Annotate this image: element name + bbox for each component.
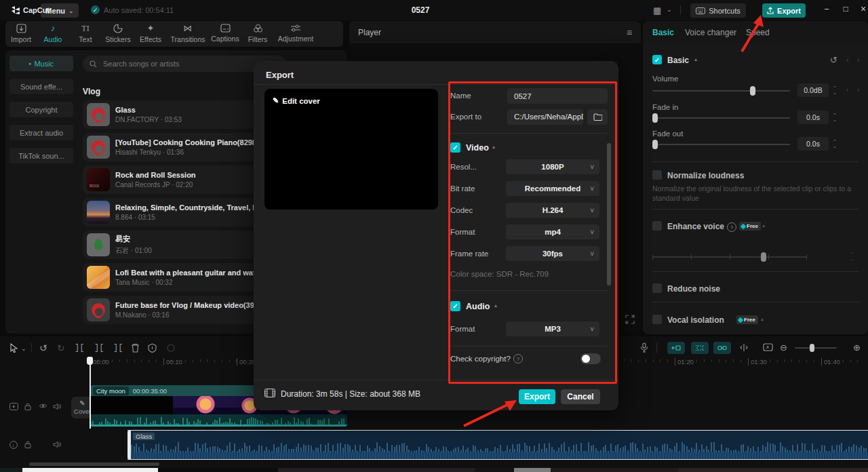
undo-icon[interactable]: ↺: [39, 342, 47, 353]
search-input[interactable]: [102, 59, 254, 68]
split-right-icon[interactable]: ][: [113, 343, 123, 353]
fade-in-label: Fade in: [652, 103, 678, 111]
record-voiceover-icon[interactable]: [640, 342, 648, 353]
enhance-voice-slider[interactable]: [652, 256, 807, 258]
music-title: Relaxing, Simple, Countryside, Travel, N…: [115, 203, 258, 212]
ribbon-item-audio[interactable]: ♪ Audio: [39, 24, 66, 43]
ribbon-label: Stickers: [105, 35, 130, 43]
auto-snap-button[interactable]: [691, 342, 709, 354]
enhance-voice-slider-thumb[interactable]: [761, 252, 766, 262]
fade-in-value[interactable]: 0.0s: [797, 111, 829, 124]
fade-out-slider-thumb[interactable]: [652, 140, 658, 149]
mute-track-icon[interactable]: [53, 403, 64, 410]
collapse-arrow-icon[interactable]: ▴: [694, 56, 697, 62]
reset-icon[interactable]: ↺: [830, 55, 837, 65]
basic-checkbox[interactable]: ✓: [652, 55, 662, 64]
sidebar-item-tiktok-sounds[interactable]: TikTok soun...: [9, 148, 73, 163]
timeline-scrollbar[interactable]: [29, 463, 159, 466]
playhead-handle[interactable]: [87, 357, 93, 365]
player-menu-icon[interactable]: ≡: [627, 27, 632, 38]
autosave-check-icon: ✓: [91, 5, 100, 14]
video-clip-name: City moon: [93, 387, 129, 395]
music-item-cooking-piano[interactable]: [YouTube] Cooking Cooking Piano(829820Hi…: [83, 133, 259, 161]
music-item-relaxing[interactable]: Relaxing, Simple, Countryside, Travel, N…: [83, 198, 259, 227]
ribbon-item-adjustment[interactable]: Adjustment: [274, 24, 317, 43]
volume-slider[interactable]: [652, 90, 790, 92]
audio-clip-bottom-strip: [131, 452, 868, 460]
link-clips-button[interactable]: [713, 342, 731, 354]
hide-track-icon[interactable]: [39, 403, 50, 409]
maximize-button[interactable]: □: [840, 4, 852, 14]
dialog-export-button[interactable]: Export: [519, 389, 555, 404]
ribbon-item-stickers[interactable]: Stickers: [102, 24, 134, 43]
music-item-future-base[interactable]: Future base for Vlog / Makeup video(3971…: [83, 296, 259, 324]
toolbar-divider: [656, 343, 657, 353]
zoom-in-icon[interactable]: ⊕: [853, 342, 861, 353]
fullscreen-icon[interactable]: [625, 315, 635, 324]
fade-in-stepper[interactable]: ⌃⌄: [831, 111, 838, 124]
reduce-noise-checkbox[interactable]: ✓: [652, 283, 662, 293]
sidebar-item-copyright[interactable]: Copyright: [9, 102, 73, 117]
music-item-rock-and-roll[interactable]: ROCK Rock and Roll SessionCanal Records …: [83, 165, 259, 194]
timeline-zoom-thumb[interactable]: [810, 344, 814, 352]
layout-chevron-icon[interactable]: ⌄: [667, 6, 672, 13]
split-left-icon[interactable]: ][: [75, 343, 84, 353]
ribbon-item-transitions[interactable]: ⋈ Transitions: [168, 24, 208, 43]
collapse-arrow-icon[interactable]: ▴: [761, 316, 764, 322]
mirror-icon[interactable]: [148, 343, 157, 353]
volume-stepper[interactable]: ⌃⌄: [831, 83, 838, 97]
minimize-button[interactable]: −: [821, 4, 833, 14]
volume-slider-thumb[interactable]: [750, 86, 755, 96]
fade-out-stepper[interactable]: ⌃⌄: [831, 137, 838, 151]
split-icon[interactable]: ][: [94, 343, 104, 353]
zoom-out-icon[interactable]: ⊖: [780, 342, 787, 353]
preview-axis-icon[interactable]: [763, 343, 773, 351]
tab-voice-changer[interactable]: Voice changer: [685, 28, 736, 37]
sidebar-item-music[interactable]: ▸ Music: [9, 56, 73, 71]
fade-in-slider[interactable]: [652, 117, 790, 119]
fade-in-slider-thumb[interactable]: [652, 113, 658, 123]
lock-icon[interactable]: [24, 403, 35, 410]
ribbon-item-captions[interactable]: Captions: [209, 24, 241, 43]
audio-clip-glass[interactable]: Glass: [127, 430, 868, 460]
playhead-line[interactable]: [90, 357, 91, 429]
music-item-lofi-beat[interactable]: Lofi Beat with a pleasant guitar and wat…: [83, 263, 259, 292]
ribbon-item-effects[interactable]: ✦ Effects: [136, 24, 165, 43]
normalize-checkbox[interactable]: ✓: [652, 170, 662, 180]
music-title: Lofi Beat with a pleasant guitar and wat…: [115, 269, 258, 277]
music-thumbnail: ROCK: [87, 168, 110, 191]
music-title: [YouTube] Cooking Cooking Piano(829820: [115, 138, 258, 146]
import-icon: [16, 24, 26, 33]
sidebar-item-sound-effects[interactable]: Sound effe...: [9, 79, 73, 94]
captions-icon: [220, 24, 231, 33]
ribbon-item-filters[interactable]: Filters: [244, 24, 271, 43]
ribbon-label: Effects: [140, 35, 161, 43]
mute-track-icon[interactable]: [53, 441, 64, 448]
sidebar-item-extract-audio[interactable]: Extract audio: [9, 125, 73, 140]
video-track-icon: [9, 403, 20, 410]
timeline-zoom-slider[interactable]: [795, 347, 837, 349]
collapse-arrow-icon[interactable]: ▴: [762, 222, 765, 229]
close-button[interactable]: ×: [857, 3, 868, 14]
ribbon-item-import[interactable]: Import: [8, 24, 34, 43]
tab-basic[interactable]: Basic: [652, 28, 674, 37]
prev-keyframe-icon: ‹: [846, 86, 848, 94]
delete-icon[interactable]: [131, 343, 140, 353]
magnetic-snap-button[interactable]: [667, 342, 685, 354]
ribbon-item-text[interactable]: TI Text: [72, 24, 99, 43]
redo-icon[interactable]: ↻: [57, 342, 65, 353]
select-tool-chevron-icon[interactable]: ⌄: [21, 345, 26, 352]
split-preview-icon[interactable]: [739, 343, 749, 352]
enhance-voice-checkbox[interactable]: ✓: [652, 221, 662, 231]
fade-out-slider[interactable]: [652, 144, 790, 145]
music-item-yian[interactable]: 易安石岩 · 01:00: [83, 231, 259, 259]
music-item-glass[interactable]: GlassDN.FACTORY · 03:53: [83, 100, 259, 129]
select-tool[interactable]: [9, 343, 18, 353]
fade-out-value[interactable]: 0.0s: [797, 137, 829, 151]
lock-icon[interactable]: [24, 441, 35, 448]
layout-grid-icon[interactable]: ▦: [653, 5, 661, 16]
edit-cover-button[interactable]: ✎ Edit cover: [273, 96, 320, 105]
volume-value[interactable]: 0.0dB: [797, 83, 829, 97]
vocal-isolation-checkbox[interactable]: ✓: [652, 315, 662, 324]
dialog-cancel-button[interactable]: Cancel: [561, 389, 600, 404]
